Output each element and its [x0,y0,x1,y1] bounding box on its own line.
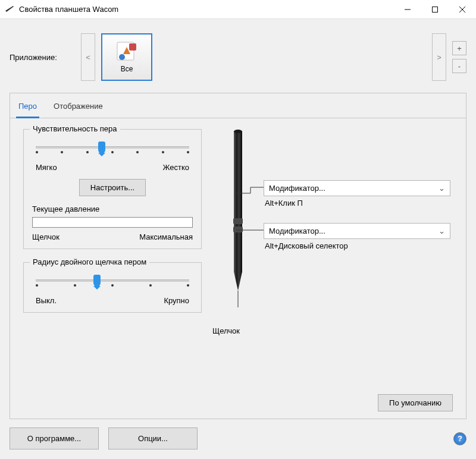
pen-button2-sublabel: Alt+Дисковый селектор [264,241,450,250]
pen-button2-value: Модификатор... [269,227,325,235]
tabs: Перо Отображение [10,93,466,118]
app-icon [5,5,14,14]
leader-line-1 [236,186,265,194]
app-add-button[interactable]: + [452,41,466,55]
sensitivity-slider[interactable] [36,145,189,152]
chevron-down-icon: ⌄ [439,227,445,235]
app-scroll-left[interactable]: < [81,33,95,81]
close-button[interactable] [449,0,476,19]
svg-rect-5 [129,43,136,51]
application-row: Приложение: < Все > + - [10,33,466,81]
leader-line-2 [236,229,265,237]
svg-rect-8 [233,218,243,224]
pen-button1-value: Модификатор... [269,184,325,193]
sensitivity-hard-label: Жестко [162,163,189,172]
about-button[interactable]: О программе... [10,427,99,449]
sensitivity-legend: Чувствительность пера [30,124,120,133]
doubleclick-thumb[interactable] [93,275,101,287]
application-tile-caption: Все [121,65,133,73]
current-pressure-label: Текущее давление [32,205,193,213]
sensitivity-thumb[interactable] [98,142,105,153]
svg-rect-1 [433,7,438,12]
app-scroll-right[interactable]: > [432,33,446,81]
tab-content: Чувствительность пера Мягко Жестко Настр… [10,118,466,394]
pen-tip-label: Щелчок [212,326,240,335]
options-button[interactable]: Опции... [108,427,198,449]
chevron-down-icon: ⌄ [439,184,445,193]
doubleclick-off-label: Выкл. [36,296,57,305]
svg-point-6 [119,54,125,60]
tune-button[interactable]: Настроить... [79,179,146,196]
pressure-click-label: Щелчок [32,232,60,241]
pen-icon [227,129,249,313]
bottom-bar: О программе... Опции... ? [10,419,466,449]
all-apps-icon [115,41,139,62]
default-button[interactable]: По умолчанию [378,394,453,411]
help-button[interactable]: ? [453,432,466,445]
application-tile-all[interactable]: Все [101,33,152,81]
pen-button2-dropdown[interactable]: Модификатор... ⌄ [264,223,450,239]
sensitivity-group: Чувствительность пера Мягко Жестко Настр… [23,129,202,249]
doubleclick-legend: Радиус двойного щелчка пером [30,257,149,266]
sensitivity-soft-label: Мягко [36,163,57,172]
app-remove-button[interactable]: - [452,59,466,73]
pen-button1-sublabel: Alt+Клик П [264,199,450,208]
main-panel: Перо Отображение Чувствительность пера [10,93,466,419]
doubleclick-slider[interactable] [36,278,189,285]
doubleclick-large-label: Крупно [164,296,189,305]
tab-mapping[interactable]: Отображение [51,97,105,118]
window-title: Свойства планшета Wacom [19,5,394,14]
maximize-button[interactable] [421,0,449,19]
app-body: Приложение: < Все > + - Перо Отображение [0,19,476,459]
application-label: Приложение: [10,53,75,62]
pen-button1-dropdown[interactable]: Модификатор... ⌄ [264,180,450,196]
tab-pen[interactable]: Перо [16,97,39,118]
doubleclick-group: Радиус двойного щелчка пером Выкл. Крупн… [23,262,202,313]
svg-point-7 [234,130,242,133]
pressure-max-label: Максимальная [139,232,193,241]
titlebar: Свойства планшета Wacom [0,0,476,19]
pen-diagram: Модификатор... ⌄ Alt+Клик П Модификатор.… [212,129,453,389]
minimize-button[interactable] [394,0,421,19]
current-pressure-bar [32,217,193,228]
